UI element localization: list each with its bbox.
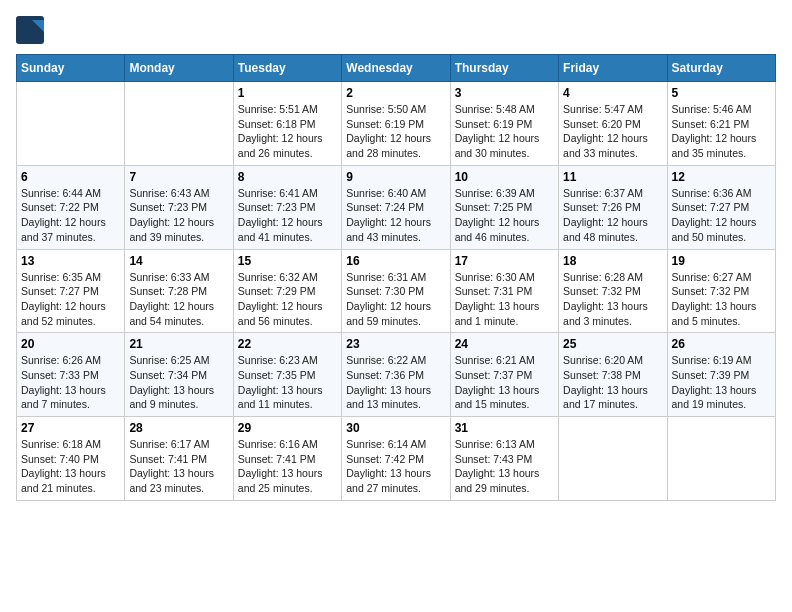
day-info: Sunrise: 6:23 AM Sunset: 7:35 PM Dayligh… [238,353,337,412]
day-info: Sunrise: 6:35 AM Sunset: 7:27 PM Dayligh… [21,270,120,329]
day-number: 12 [672,170,771,184]
day-number: 17 [455,254,554,268]
day-number: 8 [238,170,337,184]
day-number: 18 [563,254,662,268]
day-number: 26 [672,337,771,351]
day-number: 4 [563,86,662,100]
weekday-label: Wednesday [342,55,450,82]
calendar-cell: 4Sunrise: 5:47 AM Sunset: 6:20 PM Daylig… [559,82,667,166]
calendar-cell: 1Sunrise: 5:51 AM Sunset: 6:18 PM Daylig… [233,82,341,166]
calendar-cell: 12Sunrise: 6:36 AM Sunset: 7:27 PM Dayli… [667,165,775,249]
day-info: Sunrise: 6:27 AM Sunset: 7:32 PM Dayligh… [672,270,771,329]
calendar-week: 13Sunrise: 6:35 AM Sunset: 7:27 PM Dayli… [17,249,776,333]
calendar-cell: 27Sunrise: 6:18 AM Sunset: 7:40 PM Dayli… [17,417,125,501]
day-info: Sunrise: 6:33 AM Sunset: 7:28 PM Dayligh… [129,270,228,329]
calendar: SundayMondayTuesdayWednesdayThursdayFrid… [16,54,776,501]
calendar-cell: 24Sunrise: 6:21 AM Sunset: 7:37 PM Dayli… [450,333,558,417]
day-info: Sunrise: 6:13 AM Sunset: 7:43 PM Dayligh… [455,437,554,496]
day-info: Sunrise: 6:22 AM Sunset: 7:36 PM Dayligh… [346,353,445,412]
day-number: 27 [21,421,120,435]
calendar-cell: 11Sunrise: 6:37 AM Sunset: 7:26 PM Dayli… [559,165,667,249]
day-info: Sunrise: 6:37 AM Sunset: 7:26 PM Dayligh… [563,186,662,245]
day-info: Sunrise: 6:39 AM Sunset: 7:25 PM Dayligh… [455,186,554,245]
day-number: 13 [21,254,120,268]
day-info: Sunrise: 6:30 AM Sunset: 7:31 PM Dayligh… [455,270,554,329]
weekday-label: Monday [125,55,233,82]
calendar-cell: 5Sunrise: 5:46 AM Sunset: 6:21 PM Daylig… [667,82,775,166]
calendar-cell: 13Sunrise: 6:35 AM Sunset: 7:27 PM Dayli… [17,249,125,333]
day-number: 15 [238,254,337,268]
calendar-cell: 18Sunrise: 6:28 AM Sunset: 7:32 PM Dayli… [559,249,667,333]
calendar-cell: 7Sunrise: 6:43 AM Sunset: 7:23 PM Daylig… [125,165,233,249]
calendar-cell: 20Sunrise: 6:26 AM Sunset: 7:33 PM Dayli… [17,333,125,417]
calendar-body: 1Sunrise: 5:51 AM Sunset: 6:18 PM Daylig… [17,82,776,501]
day-info: Sunrise: 6:44 AM Sunset: 7:22 PM Dayligh… [21,186,120,245]
day-number: 11 [563,170,662,184]
day-number: 30 [346,421,445,435]
day-info: Sunrise: 6:32 AM Sunset: 7:29 PM Dayligh… [238,270,337,329]
day-info: Sunrise: 6:21 AM Sunset: 7:37 PM Dayligh… [455,353,554,412]
calendar-cell: 6Sunrise: 6:44 AM Sunset: 7:22 PM Daylig… [17,165,125,249]
day-info: Sunrise: 6:14 AM Sunset: 7:42 PM Dayligh… [346,437,445,496]
calendar-cell: 15Sunrise: 6:32 AM Sunset: 7:29 PM Dayli… [233,249,341,333]
day-number: 24 [455,337,554,351]
day-info: Sunrise: 6:16 AM Sunset: 7:41 PM Dayligh… [238,437,337,496]
day-number: 31 [455,421,554,435]
calendar-cell: 8Sunrise: 6:41 AM Sunset: 7:23 PM Daylig… [233,165,341,249]
day-info: Sunrise: 6:17 AM Sunset: 7:41 PM Dayligh… [129,437,228,496]
day-number: 29 [238,421,337,435]
day-number: 3 [455,86,554,100]
day-info: Sunrise: 6:40 AM Sunset: 7:24 PM Dayligh… [346,186,445,245]
calendar-cell: 2Sunrise: 5:50 AM Sunset: 6:19 PM Daylig… [342,82,450,166]
weekday-label: Friday [559,55,667,82]
day-info: Sunrise: 5:46 AM Sunset: 6:21 PM Dayligh… [672,102,771,161]
day-number: 21 [129,337,228,351]
calendar-cell: 9Sunrise: 6:40 AM Sunset: 7:24 PM Daylig… [342,165,450,249]
day-info: Sunrise: 5:51 AM Sunset: 6:18 PM Dayligh… [238,102,337,161]
logo-icon [16,16,44,44]
day-info: Sunrise: 6:36 AM Sunset: 7:27 PM Dayligh… [672,186,771,245]
day-number: 20 [21,337,120,351]
calendar-cell: 30Sunrise: 6:14 AM Sunset: 7:42 PM Dayli… [342,417,450,501]
calendar-cell: 26Sunrise: 6:19 AM Sunset: 7:39 PM Dayli… [667,333,775,417]
day-info: Sunrise: 6:20 AM Sunset: 7:38 PM Dayligh… [563,353,662,412]
calendar-cell: 10Sunrise: 6:39 AM Sunset: 7:25 PM Dayli… [450,165,558,249]
day-number: 25 [563,337,662,351]
calendar-cell: 23Sunrise: 6:22 AM Sunset: 7:36 PM Dayli… [342,333,450,417]
calendar-cell: 14Sunrise: 6:33 AM Sunset: 7:28 PM Dayli… [125,249,233,333]
calendar-cell: 25Sunrise: 6:20 AM Sunset: 7:38 PM Dayli… [559,333,667,417]
calendar-week: 27Sunrise: 6:18 AM Sunset: 7:40 PM Dayli… [17,417,776,501]
calendar-week: 20Sunrise: 6:26 AM Sunset: 7:33 PM Dayli… [17,333,776,417]
calendar-week: 6Sunrise: 6:44 AM Sunset: 7:22 PM Daylig… [17,165,776,249]
calendar-cell [125,82,233,166]
day-number: 16 [346,254,445,268]
day-info: Sunrise: 6:31 AM Sunset: 7:30 PM Dayligh… [346,270,445,329]
day-number: 23 [346,337,445,351]
calendar-cell: 17Sunrise: 6:30 AM Sunset: 7:31 PM Dayli… [450,249,558,333]
calendar-cell [559,417,667,501]
weekday-label: Tuesday [233,55,341,82]
calendar-cell: 3Sunrise: 5:48 AM Sunset: 6:19 PM Daylig… [450,82,558,166]
calendar-cell: 19Sunrise: 6:27 AM Sunset: 7:32 PM Dayli… [667,249,775,333]
calendar-cell: 16Sunrise: 6:31 AM Sunset: 7:30 PM Dayli… [342,249,450,333]
calendar-cell: 28Sunrise: 6:17 AM Sunset: 7:41 PM Dayli… [125,417,233,501]
day-number: 28 [129,421,228,435]
calendar-cell: 31Sunrise: 6:13 AM Sunset: 7:43 PM Dayli… [450,417,558,501]
day-number: 22 [238,337,337,351]
calendar-cell [667,417,775,501]
calendar-week: 1Sunrise: 5:51 AM Sunset: 6:18 PM Daylig… [17,82,776,166]
weekday-label: Sunday [17,55,125,82]
day-info: Sunrise: 6:25 AM Sunset: 7:34 PM Dayligh… [129,353,228,412]
day-number: 14 [129,254,228,268]
day-info: Sunrise: 6:18 AM Sunset: 7:40 PM Dayligh… [21,437,120,496]
day-number: 19 [672,254,771,268]
day-number: 9 [346,170,445,184]
day-info: Sunrise: 6:28 AM Sunset: 7:32 PM Dayligh… [563,270,662,329]
logo [16,16,48,44]
day-info: Sunrise: 5:50 AM Sunset: 6:19 PM Dayligh… [346,102,445,161]
day-info: Sunrise: 5:47 AM Sunset: 6:20 PM Dayligh… [563,102,662,161]
weekday-header: SundayMondayTuesdayWednesdayThursdayFrid… [17,55,776,82]
weekday-label: Thursday [450,55,558,82]
day-number: 6 [21,170,120,184]
day-info: Sunrise: 5:48 AM Sunset: 6:19 PM Dayligh… [455,102,554,161]
